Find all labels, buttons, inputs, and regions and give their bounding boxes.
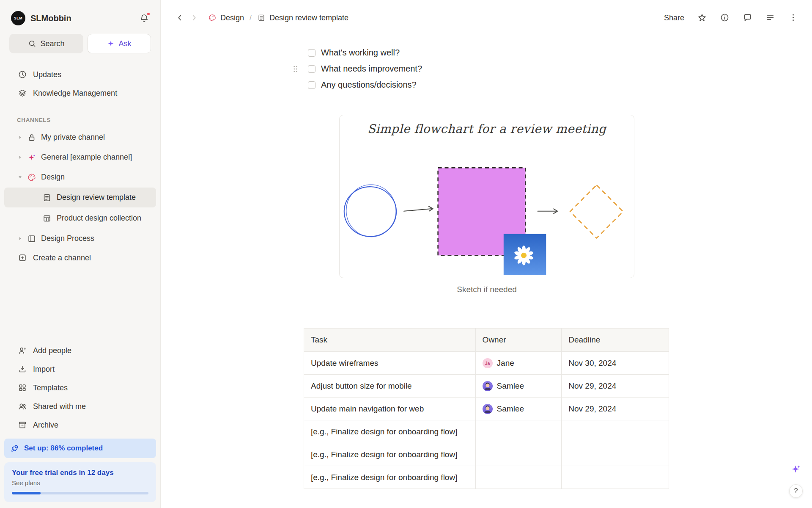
sketch-caption[interactable]: Sketch if needed [339,285,634,294]
chevron-down-icon[interactable] [16,174,24,180]
checklist-item[interactable]: What's working well? [304,47,669,59]
checklist-item[interactable]: What needs improvement? [304,63,669,75]
deadline-cell[interactable] [562,443,669,466]
lock-icon [27,133,36,142]
checklist-item[interactable]: Any questions/decisions? [304,79,669,91]
search-button[interactable]: Search [9,34,83,53]
owner-cell[interactable]: Samlee [475,375,562,398]
checkbox[interactable] [308,65,315,73]
topbar: Design / Design review template Share [161,0,812,36]
sidebar-item-import[interactable]: Import [4,360,156,378]
flow-arrow-2 [538,209,557,213]
checklist-item-label[interactable]: Any questions/decisions? [321,80,417,90]
ai-sparkle-icon[interactable] [791,464,801,474]
sidebar-item-label: Templates [33,384,68,392]
table-header-row: Task Owner Deadline [304,329,669,352]
search-label: Search [40,39,64,48]
channels-section-header: CHANNELS [17,117,160,123]
owner-cell[interactable]: Ja Jane [475,352,562,375]
column-header-deadline[interactable]: Deadline [562,329,669,352]
owner-cell[interactable] [475,466,562,489]
table-row: [e.g., Finalize design for onboarding fl… [304,443,669,466]
channel-label: Design Process [41,234,94,243]
back-button[interactable] [173,11,187,25]
flow-circle [343,182,398,239]
workspace-logo-text: SLM [14,16,23,20]
page-product-design-collection[interactable]: Product design collection [4,208,156,228]
task-cell-placeholder[interactable]: [e.g., Finalize design for onboarding fl… [304,466,476,489]
task-cell[interactable]: Update main navigation for web [304,398,476,420]
notifications-bell-icon[interactable] [139,13,149,23]
channel-general-example[interactable]: General [example channel] [4,147,156,167]
checklist-item-label[interactable]: What's working well? [321,48,400,58]
sidebar-item-updates[interactable]: Updates [4,65,156,84]
avatar-samlee [483,404,493,414]
toc-lines-icon[interactable] [765,13,776,23]
channel-my-private-channel[interactable]: My private channel [4,127,156,147]
task-cell[interactable]: Update wireframes [304,352,476,375]
chevron-right-icon[interactable] [16,134,24,141]
chevron-right-icon[interactable] [16,154,24,160]
daisy-photo [504,234,546,275]
board-icon [27,234,36,243]
more-options-kebab-icon[interactable] [788,13,798,23]
workspace-switcher[interactable]: SLM SLMobbin [11,11,71,25]
info-icon[interactable] [720,13,730,23]
checklist-item-label[interactable]: What needs improvement? [321,64,422,74]
sidebar-item-templates[interactable]: Templates [4,378,156,397]
channel-design[interactable]: Design [4,167,156,187]
owner-cell[interactable]: Samlee [475,398,562,420]
task-cell-placeholder[interactable]: [e.g., Finalize design for onboarding fl… [304,420,476,443]
checklist: What's working well? What needs improvem… [304,47,669,91]
share-button[interactable]: Share [664,14,684,22]
sidebar-item-add-people[interactable]: Add people [4,341,156,360]
owner-cell[interactable] [475,443,562,466]
sidebar-item-knowledge-management[interactable]: Knowledge Management [4,84,156,102]
drag-handle-icon[interactable] [293,65,298,73]
column-header-task[interactable]: Task [304,329,476,352]
deadline-cell[interactable]: Nov 29, 2024 [562,375,669,398]
task-cell[interactable]: Adjust button size for mobile [304,375,476,398]
deadline-cell[interactable] [562,420,669,443]
breadcrumb-channel[interactable]: Design [220,14,244,22]
ask-label: Ask [118,39,131,48]
document-icon [42,193,52,202]
sidebar-item-shared-with-me[interactable]: Shared with me [4,397,156,416]
owner-cell[interactable] [475,420,562,443]
sidebar-item-archive[interactable]: Archive [4,416,156,434]
column-header-owner[interactable]: Owner [475,329,562,352]
channel-design-process[interactable]: Design Process [4,229,156,248]
see-plans-link[interactable]: See plans [12,479,148,486]
owner-name: Jane [497,359,514,368]
task-cell-placeholder[interactable]: [e.g., Finalize design for onboarding fl… [304,443,476,466]
comments-icon[interactable] [743,13,753,23]
workspace-header: SLM SLMobbin [0,0,160,34]
trial-banner[interactable]: Your free trial ends in 12 days See plan… [4,462,156,502]
page-design-review-template[interactable]: Design review template [4,188,156,207]
deadline-cell[interactable] [562,466,669,489]
page-label: Design review template [57,193,136,202]
ask-button[interactable]: Ask [88,34,151,53]
favorite-star-icon[interactable] [697,13,707,23]
workspace-logo: SLM [11,11,25,25]
setup-progress-label: Set up: 86% completed [24,444,103,453]
checkbox[interactable] [308,81,315,89]
forward-button[interactable] [187,11,201,25]
setup-progress-banner[interactable]: Set up: 86% completed [4,439,156,458]
breadcrumb-page[interactable]: Design review template [269,14,348,22]
topbar-left: Design / Design review template [173,11,348,25]
checkbox[interactable] [308,49,315,57]
chevron-right-icon[interactable] [16,235,24,242]
deadline-cell[interactable]: Nov 29, 2024 [562,398,669,420]
help-button[interactable]: ? [789,484,803,498]
palette-icon [208,14,217,22]
deadline-cell[interactable]: Nov 30, 2024 [562,352,669,375]
workspace-name: SLMobbin [30,14,71,23]
table-row: Update wireframes Ja Jane Nov 30, 2024 [304,352,669,375]
create-channel-button[interactable]: Create a channel [4,248,156,267]
sketch-canvas[interactable]: Simple flowchart for a review meeting [339,115,634,278]
import-icon [18,364,27,374]
owner-name: Samlee [497,404,524,414]
search-row: Search Ask [0,34,160,53]
trial-progress-fill [12,492,41,494]
